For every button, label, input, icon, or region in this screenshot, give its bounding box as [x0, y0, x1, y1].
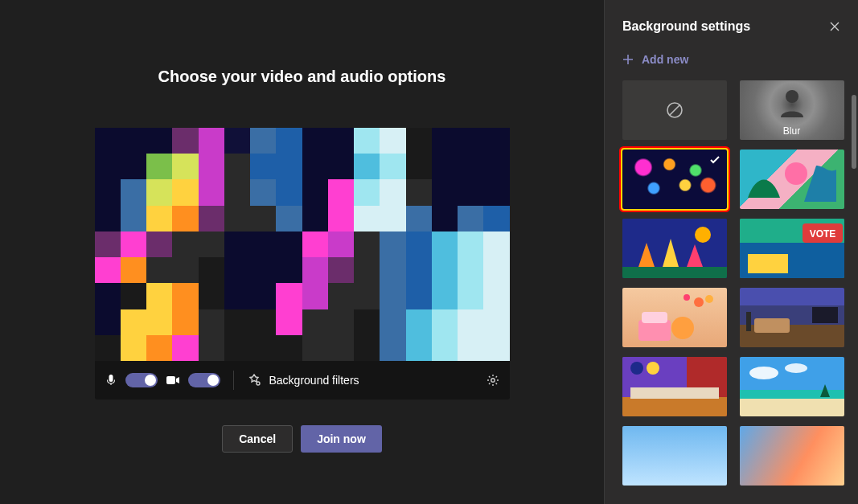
- svg-rect-27: [622, 397, 727, 416]
- svg-text:VOTE: VOTE: [809, 228, 835, 240]
- add-new-button[interactable]: Add new: [605, 48, 858, 80]
- background-thumb-blur[interactable]: Blur: [740, 80, 844, 140]
- background-thumb-label: Blur: [740, 125, 844, 137]
- action-row: Cancel Join now: [222, 425, 382, 453]
- svg-rect-12: [748, 254, 788, 273]
- svg-rect-22: [746, 312, 751, 331]
- background-thumb-hands[interactable]: [622, 219, 727, 278]
- svg-point-26: [647, 362, 659, 375]
- divider: [233, 371, 234, 390]
- close-icon[interactable]: [829, 21, 840, 32]
- svg-rect-21: [754, 318, 790, 333]
- main-pane: Choose your video and audio options: [0, 0, 604, 504]
- join-now-button[interactable]: Join now: [301, 425, 382, 453]
- plus-icon: [622, 54, 634, 65]
- svg-point-1: [257, 382, 260, 385]
- microphone-icon[interactable]: [105, 374, 117, 387]
- background-thumb-vote[interactable]: VOTE: [740, 219, 844, 278]
- background-thumbnails: BlurVOTE: [622, 80, 845, 498]
- background-thumb-beach[interactable]: [740, 357, 844, 416]
- video-preview: [95, 128, 510, 361]
- background-settings-panel: Background settings Add new BlurVOTE: [604, 0, 858, 504]
- add-new-label: Add new: [642, 53, 688, 66]
- controls-bar: Background filters: [95, 361, 510, 400]
- svg-point-25: [630, 362, 643, 375]
- background-filters-label: Background filters: [269, 374, 359, 387]
- settings-gear-icon[interactable]: [486, 373, 500, 387]
- background-thumb-bokeh[interactable]: [622, 150, 727, 209]
- svg-point-5: [785, 162, 807, 185]
- background-filters-icon: [247, 374, 261, 387]
- svg-point-30: [785, 363, 807, 373]
- svg-point-4: [786, 90, 798, 103]
- svg-rect-20: [812, 307, 838, 323]
- background-filters-button[interactable]: Background filters: [247, 374, 478, 387]
- svg-point-14: [705, 295, 713, 303]
- svg-rect-0: [166, 376, 175, 384]
- svg-rect-17: [642, 312, 667, 323]
- svg-point-13: [694, 297, 704, 307]
- background-thumb-cake[interactable]: [622, 288, 727, 347]
- background-thumb-floral[interactable]: [740, 150, 844, 209]
- microphone-toggle[interactable]: [125, 373, 158, 387]
- svg-point-7: [695, 227, 711, 243]
- svg-point-29: [749, 367, 778, 379]
- cancel-button[interactable]: Cancel: [222, 425, 293, 453]
- camera-toggle[interactable]: [188, 373, 220, 387]
- page-title: Choose your video and audio options: [158, 68, 446, 86]
- svg-point-15: [684, 294, 690, 301]
- svg-point-2: [491, 379, 494, 382]
- svg-rect-28: [630, 387, 719, 399]
- background-thumb-studio[interactable]: [622, 357, 727, 416]
- camera-icon[interactable]: [166, 375, 180, 386]
- background-thumb-room[interactable]: [740, 288, 844, 347]
- panel-title: Background settings: [622, 19, 750, 34]
- background-thumb-sky2[interactable]: [740, 426, 844, 486]
- background-thumb-sky[interactable]: [622, 426, 727, 486]
- scrollbar[interactable]: [852, 95, 856, 169]
- preview-container: Background filters: [95, 128, 510, 400]
- background-thumb-none[interactable]: [622, 80, 727, 140]
- svg-point-18: [671, 317, 694, 339]
